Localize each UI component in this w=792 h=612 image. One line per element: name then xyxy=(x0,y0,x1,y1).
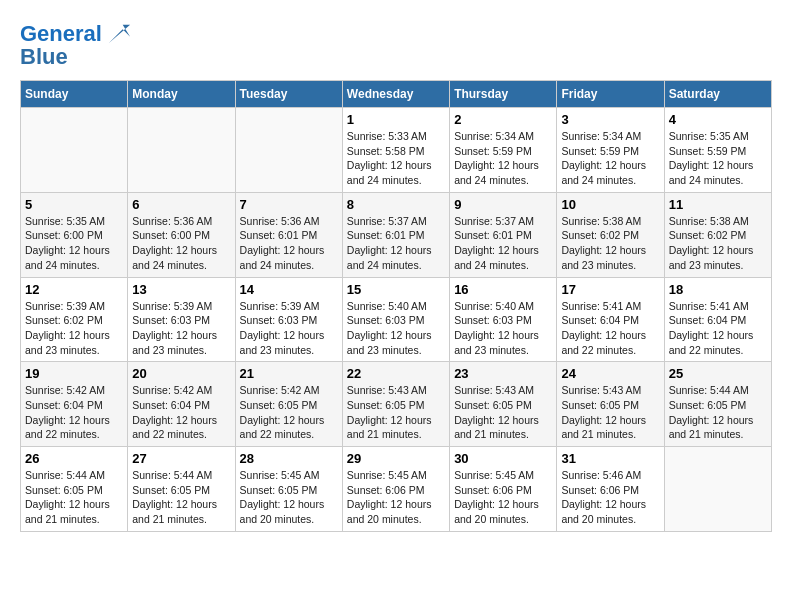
calendar-cell: 6Sunrise: 5:36 AM Sunset: 6:00 PM Daylig… xyxy=(128,192,235,277)
calendar-cell: 27Sunrise: 5:44 AM Sunset: 6:05 PM Dayli… xyxy=(128,447,235,532)
day-number: 6 xyxy=(132,197,230,212)
page-header: General Blue xyxy=(20,20,772,70)
day-number: 3 xyxy=(561,112,659,127)
day-info: Sunrise: 5:41 AM Sunset: 6:04 PM Dayligh… xyxy=(669,299,767,358)
calendar-cell: 1Sunrise: 5:33 AM Sunset: 5:58 PM Daylig… xyxy=(342,108,449,193)
calendar-cell: 16Sunrise: 5:40 AM Sunset: 6:03 PM Dayli… xyxy=(450,277,557,362)
day-info: Sunrise: 5:43 AM Sunset: 6:05 PM Dayligh… xyxy=(561,383,659,442)
day-info: Sunrise: 5:44 AM Sunset: 6:05 PM Dayligh… xyxy=(669,383,767,442)
day-number: 11 xyxy=(669,197,767,212)
day-info: Sunrise: 5:37 AM Sunset: 6:01 PM Dayligh… xyxy=(347,214,445,273)
calendar-cell: 8Sunrise: 5:37 AM Sunset: 6:01 PM Daylig… xyxy=(342,192,449,277)
day-number: 10 xyxy=(561,197,659,212)
calendar-cell: 21Sunrise: 5:42 AM Sunset: 6:05 PM Dayli… xyxy=(235,362,342,447)
calendar-cell xyxy=(235,108,342,193)
day-info: Sunrise: 5:39 AM Sunset: 6:02 PM Dayligh… xyxy=(25,299,123,358)
weekday-header-monday: Monday xyxy=(128,81,235,108)
calendar-cell: 20Sunrise: 5:42 AM Sunset: 6:04 PM Dayli… xyxy=(128,362,235,447)
day-number: 15 xyxy=(347,282,445,297)
day-number: 4 xyxy=(669,112,767,127)
logo-icon xyxy=(104,20,132,48)
day-info: Sunrise: 5:37 AM Sunset: 6:01 PM Dayligh… xyxy=(454,214,552,273)
day-number: 25 xyxy=(669,366,767,381)
day-number: 29 xyxy=(347,451,445,466)
day-info: Sunrise: 5:35 AM Sunset: 6:00 PM Dayligh… xyxy=(25,214,123,273)
calendar-cell: 28Sunrise: 5:45 AM Sunset: 6:05 PM Dayli… xyxy=(235,447,342,532)
calendar-cell xyxy=(664,447,771,532)
weekday-header-sunday: Sunday xyxy=(21,81,128,108)
day-number: 17 xyxy=(561,282,659,297)
day-info: Sunrise: 5:38 AM Sunset: 6:02 PM Dayligh… xyxy=(669,214,767,273)
day-info: Sunrise: 5:34 AM Sunset: 5:59 PM Dayligh… xyxy=(561,129,659,188)
calendar-cell: 3Sunrise: 5:34 AM Sunset: 5:59 PM Daylig… xyxy=(557,108,664,193)
calendar-cell: 23Sunrise: 5:43 AM Sunset: 6:05 PM Dayli… xyxy=(450,362,557,447)
calendar-cell: 17Sunrise: 5:41 AM Sunset: 6:04 PM Dayli… xyxy=(557,277,664,362)
day-number: 21 xyxy=(240,366,338,381)
calendar-cell: 18Sunrise: 5:41 AM Sunset: 6:04 PM Dayli… xyxy=(664,277,771,362)
weekday-header-saturday: Saturday xyxy=(664,81,771,108)
day-number: 27 xyxy=(132,451,230,466)
calendar-cell: 2Sunrise: 5:34 AM Sunset: 5:59 PM Daylig… xyxy=(450,108,557,193)
day-info: Sunrise: 5:33 AM Sunset: 5:58 PM Dayligh… xyxy=(347,129,445,188)
calendar-cell: 13Sunrise: 5:39 AM Sunset: 6:03 PM Dayli… xyxy=(128,277,235,362)
day-number: 16 xyxy=(454,282,552,297)
calendar-cell: 11Sunrise: 5:38 AM Sunset: 6:02 PM Dayli… xyxy=(664,192,771,277)
day-info: Sunrise: 5:44 AM Sunset: 6:05 PM Dayligh… xyxy=(25,468,123,527)
day-number: 1 xyxy=(347,112,445,127)
calendar-cell xyxy=(128,108,235,193)
day-info: Sunrise: 5:40 AM Sunset: 6:03 PM Dayligh… xyxy=(454,299,552,358)
day-number: 28 xyxy=(240,451,338,466)
calendar-cell: 26Sunrise: 5:44 AM Sunset: 6:05 PM Dayli… xyxy=(21,447,128,532)
calendar-cell: 15Sunrise: 5:40 AM Sunset: 6:03 PM Dayli… xyxy=(342,277,449,362)
day-number: 13 xyxy=(132,282,230,297)
day-info: Sunrise: 5:42 AM Sunset: 6:04 PM Dayligh… xyxy=(132,383,230,442)
day-info: Sunrise: 5:45 AM Sunset: 6:06 PM Dayligh… xyxy=(454,468,552,527)
weekday-header-friday: Friday xyxy=(557,81,664,108)
day-info: Sunrise: 5:36 AM Sunset: 6:00 PM Dayligh… xyxy=(132,214,230,273)
day-info: Sunrise: 5:40 AM Sunset: 6:03 PM Dayligh… xyxy=(347,299,445,358)
day-number: 12 xyxy=(25,282,123,297)
calendar-cell: 19Sunrise: 5:42 AM Sunset: 6:04 PM Dayli… xyxy=(21,362,128,447)
day-number: 14 xyxy=(240,282,338,297)
day-info: Sunrise: 5:39 AM Sunset: 6:03 PM Dayligh… xyxy=(240,299,338,358)
logo: General Blue xyxy=(20,20,132,70)
calendar-cell: 9Sunrise: 5:37 AM Sunset: 6:01 PM Daylig… xyxy=(450,192,557,277)
calendar-cell: 10Sunrise: 5:38 AM Sunset: 6:02 PM Dayli… xyxy=(557,192,664,277)
calendar-cell: 29Sunrise: 5:45 AM Sunset: 6:06 PM Dayli… xyxy=(342,447,449,532)
weekday-header-wednesday: Wednesday xyxy=(342,81,449,108)
day-info: Sunrise: 5:45 AM Sunset: 6:05 PM Dayligh… xyxy=(240,468,338,527)
calendar-cell xyxy=(21,108,128,193)
calendar-cell: 14Sunrise: 5:39 AM Sunset: 6:03 PM Dayli… xyxy=(235,277,342,362)
day-number: 31 xyxy=(561,451,659,466)
day-number: 23 xyxy=(454,366,552,381)
calendar-cell: 31Sunrise: 5:46 AM Sunset: 6:06 PM Dayli… xyxy=(557,447,664,532)
day-number: 7 xyxy=(240,197,338,212)
day-info: Sunrise: 5:38 AM Sunset: 6:02 PM Dayligh… xyxy=(561,214,659,273)
day-info: Sunrise: 5:41 AM Sunset: 6:04 PM Dayligh… xyxy=(561,299,659,358)
calendar-cell: 30Sunrise: 5:45 AM Sunset: 6:06 PM Dayli… xyxy=(450,447,557,532)
day-info: Sunrise: 5:34 AM Sunset: 5:59 PM Dayligh… xyxy=(454,129,552,188)
calendar-cell: 22Sunrise: 5:43 AM Sunset: 6:05 PM Dayli… xyxy=(342,362,449,447)
day-info: Sunrise: 5:42 AM Sunset: 6:05 PM Dayligh… xyxy=(240,383,338,442)
day-number: 20 xyxy=(132,366,230,381)
day-info: Sunrise: 5:46 AM Sunset: 6:06 PM Dayligh… xyxy=(561,468,659,527)
day-info: Sunrise: 5:45 AM Sunset: 6:06 PM Dayligh… xyxy=(347,468,445,527)
day-number: 8 xyxy=(347,197,445,212)
calendar-cell: 4Sunrise: 5:35 AM Sunset: 5:59 PM Daylig… xyxy=(664,108,771,193)
calendar-cell: 12Sunrise: 5:39 AM Sunset: 6:02 PM Dayli… xyxy=(21,277,128,362)
logo-text: General xyxy=(20,22,102,46)
weekday-header-tuesday: Tuesday xyxy=(235,81,342,108)
day-info: Sunrise: 5:39 AM Sunset: 6:03 PM Dayligh… xyxy=(132,299,230,358)
day-info: Sunrise: 5:42 AM Sunset: 6:04 PM Dayligh… xyxy=(25,383,123,442)
calendar-table: SundayMondayTuesdayWednesdayThursdayFrid… xyxy=(20,80,772,532)
svg-marker-0 xyxy=(109,25,130,44)
day-number: 19 xyxy=(25,366,123,381)
day-info: Sunrise: 5:36 AM Sunset: 6:01 PM Dayligh… xyxy=(240,214,338,273)
weekday-header-thursday: Thursday xyxy=(450,81,557,108)
day-number: 22 xyxy=(347,366,445,381)
day-info: Sunrise: 5:35 AM Sunset: 5:59 PM Dayligh… xyxy=(669,129,767,188)
calendar-cell: 7Sunrise: 5:36 AM Sunset: 6:01 PM Daylig… xyxy=(235,192,342,277)
day-number: 5 xyxy=(25,197,123,212)
calendar-cell: 24Sunrise: 5:43 AM Sunset: 6:05 PM Dayli… xyxy=(557,362,664,447)
day-number: 30 xyxy=(454,451,552,466)
